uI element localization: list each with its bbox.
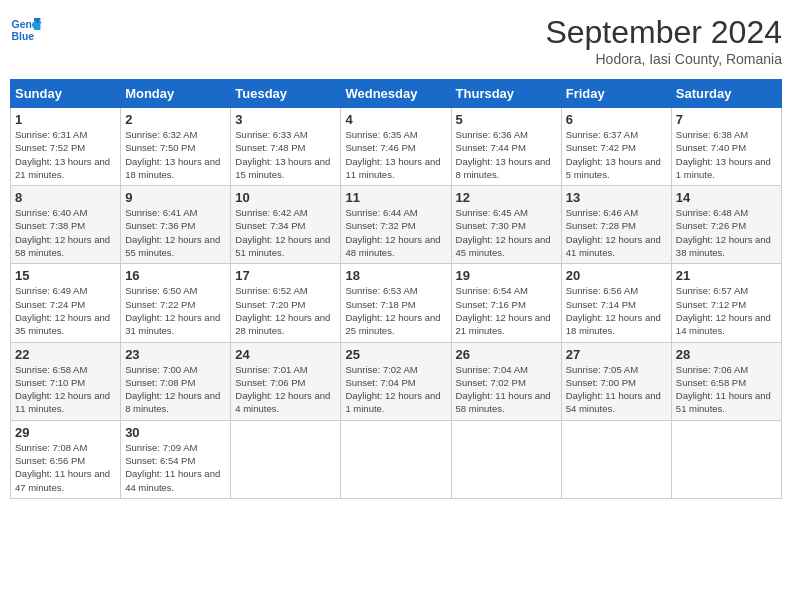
day-cell-6: 6 Sunrise: 6:37 AM Sunset: 7:42 PM Dayli…	[561, 108, 671, 186]
daylight: Daylight: 12 hours and 25 minutes.	[345, 312, 440, 336]
day-info: Sunrise: 6:49 AM Sunset: 7:24 PM Dayligh…	[15, 284, 116, 337]
day-cell-30: 30 Sunrise: 7:09 AM Sunset: 6:54 PM Dayl…	[121, 420, 231, 498]
day-info: Sunrise: 6:54 AM Sunset: 7:16 PM Dayligh…	[456, 284, 557, 337]
calendar-week-5: 29 Sunrise: 7:08 AM Sunset: 6:56 PM Dayl…	[11, 420, 782, 498]
sunset: Sunset: 7:30 PM	[456, 220, 526, 231]
daylight: Daylight: 13 hours and 11 minutes.	[345, 156, 440, 180]
day-cell-3: 3 Sunrise: 6:33 AM Sunset: 7:48 PM Dayli…	[231, 108, 341, 186]
sunset: Sunset: 7:34 PM	[235, 220, 305, 231]
daylight: Daylight: 12 hours and 38 minutes.	[676, 234, 771, 258]
day-info: Sunrise: 6:45 AM Sunset: 7:30 PM Dayligh…	[456, 206, 557, 259]
sunset: Sunset: 7:50 PM	[125, 142, 195, 153]
day-number: 1	[15, 112, 116, 127]
month-title: September 2024	[545, 14, 782, 51]
day-number: 19	[456, 268, 557, 283]
page-header: General Blue September 2024 Hodora, Iasi…	[10, 10, 782, 71]
daylight: Daylight: 11 hours and 51 minutes.	[676, 390, 771, 414]
daylight: Daylight: 12 hours and 35 minutes.	[15, 312, 110, 336]
empty-cell	[671, 420, 781, 498]
empty-cell	[231, 420, 341, 498]
daylight: Daylight: 11 hours and 58 minutes.	[456, 390, 551, 414]
daylight: Daylight: 13 hours and 1 minute.	[676, 156, 771, 180]
day-number: 30	[125, 425, 226, 440]
day-info: Sunrise: 6:50 AM Sunset: 7:22 PM Dayligh…	[125, 284, 226, 337]
calendar-week-4: 22 Sunrise: 6:58 AM Sunset: 7:10 PM Dayl…	[11, 342, 782, 420]
col-tuesday: Tuesday	[231, 80, 341, 108]
day-cell-2: 2 Sunrise: 6:32 AM Sunset: 7:50 PM Dayli…	[121, 108, 231, 186]
daylight: Daylight: 12 hours and 18 minutes.	[566, 312, 661, 336]
sunset: Sunset: 6:54 PM	[125, 455, 195, 466]
day-info: Sunrise: 6:36 AM Sunset: 7:44 PM Dayligh…	[456, 128, 557, 181]
empty-cell	[341, 420, 451, 498]
daylight: Daylight: 12 hours and 11 minutes.	[15, 390, 110, 414]
col-sunday: Sunday	[11, 80, 121, 108]
daylight: Daylight: 13 hours and 18 minutes.	[125, 156, 220, 180]
sunrise: Sunrise: 6:33 AM	[235, 129, 307, 140]
day-number: 20	[566, 268, 667, 283]
col-monday: Monday	[121, 80, 231, 108]
day-number: 11	[345, 190, 446, 205]
day-cell-20: 20 Sunrise: 6:56 AM Sunset: 7:14 PM Dayl…	[561, 264, 671, 342]
sunset: Sunset: 7:32 PM	[345, 220, 415, 231]
sunrise: Sunrise: 6:46 AM	[566, 207, 638, 218]
sunset: Sunset: 7:44 PM	[456, 142, 526, 153]
day-number: 13	[566, 190, 667, 205]
day-number: 8	[15, 190, 116, 205]
daylight: Daylight: 12 hours and 8 minutes.	[125, 390, 220, 414]
calendar-week-2: 8 Sunrise: 6:40 AM Sunset: 7:38 PM Dayli…	[11, 186, 782, 264]
day-info: Sunrise: 6:56 AM Sunset: 7:14 PM Dayligh…	[566, 284, 667, 337]
day-cell-8: 8 Sunrise: 6:40 AM Sunset: 7:38 PM Dayli…	[11, 186, 121, 264]
day-cell-24: 24 Sunrise: 7:01 AM Sunset: 7:06 PM Dayl…	[231, 342, 341, 420]
sunset: Sunset: 7:22 PM	[125, 299, 195, 310]
sunset: Sunset: 7:40 PM	[676, 142, 746, 153]
day-info: Sunrise: 7:09 AM Sunset: 6:54 PM Dayligh…	[125, 441, 226, 494]
day-cell-16: 16 Sunrise: 6:50 AM Sunset: 7:22 PM Dayl…	[121, 264, 231, 342]
day-number: 18	[345, 268, 446, 283]
sunrise: Sunrise: 6:49 AM	[15, 285, 87, 296]
day-cell-12: 12 Sunrise: 6:45 AM Sunset: 7:30 PM Dayl…	[451, 186, 561, 264]
calendar-table: Sunday Monday Tuesday Wednesday Thursday…	[10, 79, 782, 499]
sunset: Sunset: 7:52 PM	[15, 142, 85, 153]
day-info: Sunrise: 6:31 AM Sunset: 7:52 PM Dayligh…	[15, 128, 116, 181]
sunrise: Sunrise: 6:35 AM	[345, 129, 417, 140]
sunrise: Sunrise: 6:50 AM	[125, 285, 197, 296]
day-info: Sunrise: 6:37 AM Sunset: 7:42 PM Dayligh…	[566, 128, 667, 181]
day-number: 27	[566, 347, 667, 362]
calendar-header-row: Sunday Monday Tuesday Wednesday Thursday…	[11, 80, 782, 108]
empty-cell	[561, 420, 671, 498]
daylight: Daylight: 13 hours and 15 minutes.	[235, 156, 330, 180]
sunrise: Sunrise: 6:37 AM	[566, 129, 638, 140]
sunrise: Sunrise: 7:00 AM	[125, 364, 197, 375]
day-cell-29: 29 Sunrise: 7:08 AM Sunset: 6:56 PM Dayl…	[11, 420, 121, 498]
day-number: 28	[676, 347, 777, 362]
daylight: Daylight: 12 hours and 58 minutes.	[15, 234, 110, 258]
sunrise: Sunrise: 6:38 AM	[676, 129, 748, 140]
empty-cell	[451, 420, 561, 498]
day-number: 21	[676, 268, 777, 283]
daylight: Daylight: 12 hours and 4 minutes.	[235, 390, 330, 414]
day-info: Sunrise: 6:32 AM Sunset: 7:50 PM Dayligh…	[125, 128, 226, 181]
sunrise: Sunrise: 6:41 AM	[125, 207, 197, 218]
day-cell-25: 25 Sunrise: 7:02 AM Sunset: 7:04 PM Dayl…	[341, 342, 451, 420]
day-number: 7	[676, 112, 777, 127]
sunrise: Sunrise: 7:01 AM	[235, 364, 307, 375]
daylight: Daylight: 12 hours and 31 minutes.	[125, 312, 220, 336]
day-number: 24	[235, 347, 336, 362]
sunrise: Sunrise: 6:57 AM	[676, 285, 748, 296]
day-number: 25	[345, 347, 446, 362]
daylight: Daylight: 12 hours and 14 minutes.	[676, 312, 771, 336]
sunset: Sunset: 7:12 PM	[676, 299, 746, 310]
sunrise: Sunrise: 6:56 AM	[566, 285, 638, 296]
day-info: Sunrise: 6:48 AM Sunset: 7:26 PM Dayligh…	[676, 206, 777, 259]
day-number: 6	[566, 112, 667, 127]
day-number: 10	[235, 190, 336, 205]
day-cell-11: 11 Sunrise: 6:44 AM Sunset: 7:32 PM Dayl…	[341, 186, 451, 264]
day-cell-1: 1 Sunrise: 6:31 AM Sunset: 7:52 PM Dayli…	[11, 108, 121, 186]
day-info: Sunrise: 6:44 AM Sunset: 7:32 PM Dayligh…	[345, 206, 446, 259]
day-number: 3	[235, 112, 336, 127]
sunrise: Sunrise: 7:04 AM	[456, 364, 528, 375]
daylight: Daylight: 12 hours and 48 minutes.	[345, 234, 440, 258]
calendar-week-3: 15 Sunrise: 6:49 AM Sunset: 7:24 PM Dayl…	[11, 264, 782, 342]
sunset: Sunset: 7:26 PM	[676, 220, 746, 231]
sunset: Sunset: 7:20 PM	[235, 299, 305, 310]
